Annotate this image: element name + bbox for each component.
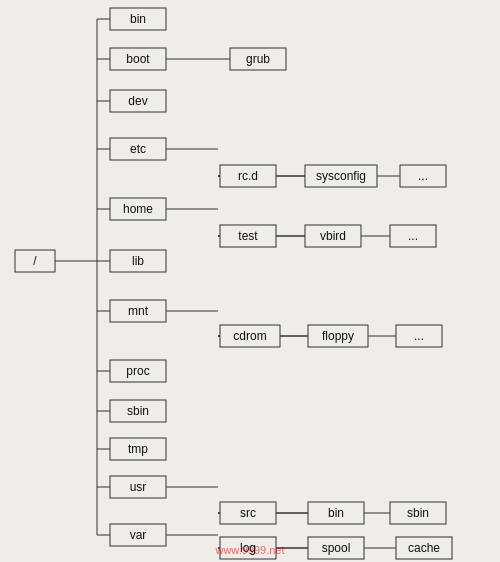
svg-text:cdrom: cdrom xyxy=(233,329,266,343)
svg-text:floppy: floppy xyxy=(322,329,354,343)
tree-container: /binbootgrubdevetcrc.dsysconfig...homete… xyxy=(0,0,500,562)
svg-text:etc: etc xyxy=(130,142,146,156)
svg-text:lib: lib xyxy=(132,254,144,268)
svg-text:sysconfig: sysconfig xyxy=(316,169,366,183)
svg-text:sbin: sbin xyxy=(127,404,149,418)
svg-text:proc: proc xyxy=(126,364,149,378)
svg-text:grub: grub xyxy=(246,52,270,66)
svg-text:bin: bin xyxy=(130,12,146,26)
svg-text:sbin: sbin xyxy=(407,506,429,520)
svg-text:...: ... xyxy=(408,229,418,243)
svg-text:mnt: mnt xyxy=(128,304,149,318)
svg-text:src: src xyxy=(240,506,256,520)
svg-text:dev: dev xyxy=(128,94,147,108)
svg-text:tmp: tmp xyxy=(128,442,148,456)
svg-text:bin: bin xyxy=(328,506,344,520)
svg-text:vbird: vbird xyxy=(320,229,346,243)
tree-svg: /binbootgrubdevetcrc.dsysconfig...homete… xyxy=(0,0,500,562)
svg-text:cache: cache xyxy=(408,541,440,555)
svg-text:boot: boot xyxy=(126,52,150,66)
svg-text:usr: usr xyxy=(130,480,147,494)
svg-text:rc.d: rc.d xyxy=(238,169,258,183)
svg-text:...: ... xyxy=(414,329,424,343)
svg-text:test: test xyxy=(238,229,258,243)
svg-text:...: ... xyxy=(418,169,428,183)
svg-text:www.9999.net: www.9999.net xyxy=(214,544,284,556)
svg-text:home: home xyxy=(123,202,153,216)
svg-text:var: var xyxy=(130,528,147,542)
svg-text:spool: spool xyxy=(322,541,351,555)
